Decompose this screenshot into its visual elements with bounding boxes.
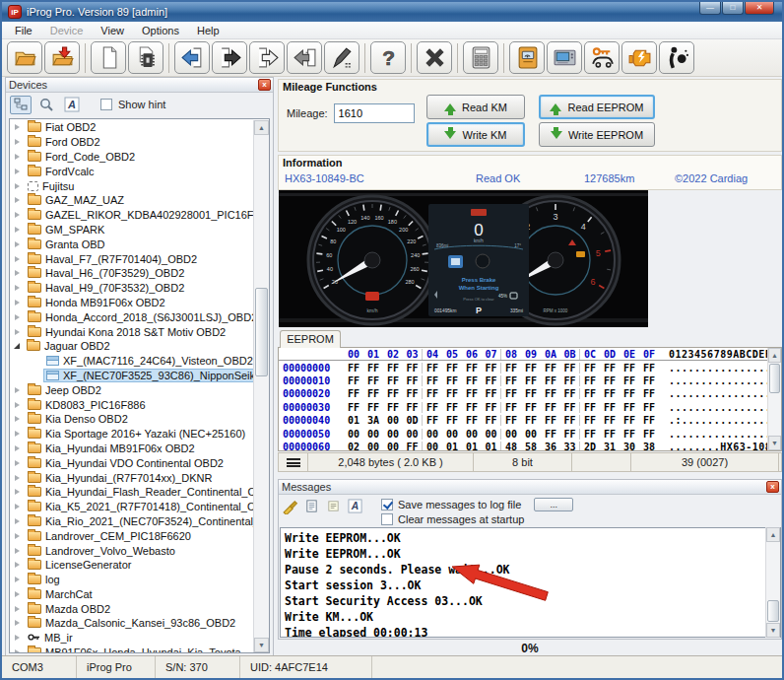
write-eeprom-button[interactable]: Write EEPROM xyxy=(539,122,655,147)
hex-byte[interactable]: FF xyxy=(560,429,580,440)
expand-icon[interactable] xyxy=(15,212,20,218)
tree-item[interactable]: log xyxy=(10,573,253,587)
hex-byte[interactable]: FF xyxy=(580,402,600,413)
hex-byte[interactable]: FF xyxy=(442,363,462,374)
hex-byte[interactable]: FF xyxy=(620,429,639,440)
read-back-chip-button[interactable] xyxy=(287,41,322,74)
hex-byte[interactable]: FF xyxy=(521,415,541,426)
hex-byte[interactable]: FF xyxy=(462,388,482,399)
hex-byte[interactable]: FF xyxy=(560,363,580,374)
hex-byte[interactable]: 00 xyxy=(501,429,521,440)
expand-icon[interactable] xyxy=(15,635,20,641)
hex-byte[interactable]: FF xyxy=(383,402,403,413)
hex-byte[interactable]: FF xyxy=(501,388,521,399)
expand-icon[interactable] xyxy=(15,518,20,524)
hex-byte[interactable]: FF xyxy=(403,363,423,374)
expand-icon[interactable] xyxy=(15,489,20,495)
tree-item[interactable]: Landrover_CEM_PIC18F6620 xyxy=(10,528,253,543)
expand-icon[interactable] xyxy=(15,183,20,189)
hex-byte[interactable]: 3A xyxy=(363,415,383,426)
hex-byte[interactable]: FF xyxy=(600,388,620,399)
expand-icon[interactable] xyxy=(15,241,20,247)
hex-byte[interactable]: 38 xyxy=(639,442,659,451)
expand-icon[interactable] xyxy=(15,533,20,539)
devices-tree[interactable]: Fiat OBD2Ford OBD2Ford_Code_OBD2FordVcal… xyxy=(9,118,270,653)
tree-item[interactable]: MB91F06x_Honda_Hyundai_Kia_Toyota xyxy=(10,646,253,652)
messages-panel-close-icon[interactable]: x xyxy=(766,481,779,493)
message-log[interactable]: Write EEPROM...OKWrite EEPROM...OKPause … xyxy=(280,527,781,638)
hex-row[interactable]: 00000060020000FF00010101485836332D313038… xyxy=(279,441,781,451)
tree-item[interactable]: Granta OBD xyxy=(10,237,253,251)
tree-item[interactable]: Fiat OBD2 xyxy=(10,120,253,135)
hex-byte[interactable]: FF xyxy=(541,375,560,386)
tree-item[interactable]: XF_(MAC7116_24C64)_Visteon_OBD2.ipp xyxy=(10,354,253,369)
expand-icon[interactable] xyxy=(15,460,20,466)
hex-byte[interactable]: 00 xyxy=(383,442,403,451)
save-messages-checkbox[interactable] xyxy=(381,499,393,510)
browse-log-button[interactable]: ... xyxy=(534,498,573,511)
expand-icon[interactable] xyxy=(15,620,20,626)
hex-byte[interactable]: FF xyxy=(462,402,482,413)
tree-item[interactable]: Mazda OBD2 xyxy=(10,601,253,616)
hex-byte[interactable]: FF xyxy=(620,388,639,399)
hex-byte[interactable]: 30 xyxy=(620,442,639,451)
hex-row[interactable]: 00000040013A000DFFFFFFFFFFFFFFFFFFFFFFFF… xyxy=(279,414,781,427)
expand-icon[interactable] xyxy=(15,314,20,320)
hex-row[interactable]: 00000030FFFFFFFFFFFFFFFFFFFFFFFFFFFFFFFF… xyxy=(279,401,781,414)
tree-item[interactable]: GAZEL_RIKOR_KDBA402928001_PIC16F884 xyxy=(10,208,253,223)
hex-byte[interactable]: FF xyxy=(363,388,383,399)
hex-byte[interactable]: FF xyxy=(423,388,442,399)
hex-byte[interactable]: FF xyxy=(442,415,462,426)
expand-icon[interactable] xyxy=(15,124,20,130)
hex-byte[interactable]: FF xyxy=(639,363,659,374)
expand-icon[interactable] xyxy=(15,649,20,652)
hex-byte[interactable]: FF xyxy=(442,375,462,386)
hex-byte[interactable]: FF xyxy=(600,363,620,374)
hex-byte[interactable]: FF xyxy=(580,375,600,386)
hex-byte[interactable]: FF xyxy=(501,375,521,386)
hex-byte[interactable]: FF xyxy=(482,415,501,426)
search-button[interactable] xyxy=(35,96,57,114)
font-button[interactable]: A xyxy=(346,497,363,514)
tree-item[interactable]: KD8083_PIC16F886 xyxy=(10,397,253,412)
tree-item[interactable]: Kia Sportage 2016+ Yazaki (NEC+25160) xyxy=(10,427,253,442)
expand-icon[interactable] xyxy=(15,445,20,451)
hex-byte[interactable]: 0D xyxy=(403,415,423,426)
tree-item[interactable]: LicenseGenerator xyxy=(10,558,253,573)
hex-byte[interactable]: FF xyxy=(620,363,639,374)
hex-byte[interactable]: FF xyxy=(442,388,462,399)
hex-byte[interactable]: 00 xyxy=(403,429,423,440)
hex-byte[interactable]: FF xyxy=(639,415,659,426)
hex-byte[interactable]: FF xyxy=(423,375,442,386)
hex-menu-button[interactable] xyxy=(279,453,308,471)
close-button[interactable]: ✕ xyxy=(745,2,774,15)
hex-byte[interactable]: FF xyxy=(600,415,620,426)
tree-item[interactable]: MarchCat xyxy=(10,587,253,602)
expand-icon[interactable] xyxy=(15,431,20,437)
menu-help[interactable]: Help xyxy=(188,23,229,38)
save-project-button[interactable] xyxy=(44,41,80,74)
expand-icon[interactable] xyxy=(15,256,20,262)
hex-byte[interactable]: FF xyxy=(363,375,383,386)
read-eeprom-button[interactable]: Read EEPROM xyxy=(539,95,655,119)
hex-row[interactable]: 00000000FFFFFFFFFFFFFFFFFFFFFFFFFFFFFFFF… xyxy=(279,361,781,374)
hex-byte[interactable]: FF xyxy=(442,402,462,413)
mileage-input[interactable] xyxy=(334,103,415,123)
hex-byte[interactable]: 00 xyxy=(383,415,403,426)
expand-icon[interactable] xyxy=(15,475,20,481)
hex-byte[interactable]: 31 xyxy=(600,442,620,451)
hex-byte[interactable]: FF xyxy=(462,375,482,386)
hex-byte[interactable]: 01 xyxy=(442,442,462,451)
tree-item[interactable]: Ford_Code_OBD2 xyxy=(10,150,253,165)
write-km-button[interactable]: Write KM xyxy=(426,122,525,147)
hex-byte[interactable]: FF xyxy=(620,375,639,386)
expand-icon[interactable] xyxy=(15,548,20,554)
hex-byte[interactable]: FF xyxy=(403,375,423,386)
tree-item[interactable]: Haval_H6_(70F3529)_OBD2 xyxy=(10,266,253,281)
hex-byte[interactable]: 02 xyxy=(344,442,363,451)
tree-item[interactable]: Kia_Hyundai_(R7F7014xx)_DKNR xyxy=(10,470,253,485)
tree-item[interactable]: Haval_F7_(R7F701404)_OBD2 xyxy=(10,251,253,266)
hex-byte[interactable]: FF xyxy=(501,402,521,413)
tree-item[interactable]: Kia_Hyundai VDO Continental OBD2 xyxy=(10,455,253,470)
expand-icon[interactable] xyxy=(15,169,20,174)
